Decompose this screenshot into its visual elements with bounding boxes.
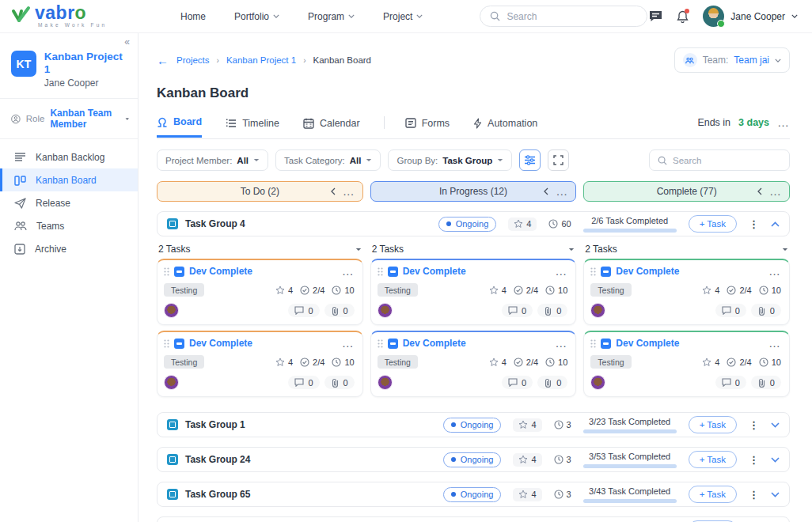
card-menu-button[interactable]: … [768, 269, 781, 274]
nav-portfolio[interactable]: Portfolio [234, 11, 279, 22]
drag-handle-icon[interactable] [164, 339, 169, 348]
task-card[interactable]: Dev Complete … Testing 4 2/4 10 0 0 [583, 259, 790, 325]
global-search-input[interactable] [507, 11, 625, 22]
user-menu[interactable]: Jane Cooper [703, 6, 798, 27]
role-selector[interactable]: Role Kanban Team Member [0, 99, 138, 138]
tab-calendar[interactable]: Calendar [303, 118, 360, 137]
card-menu-button[interactable]: … [768, 341, 781, 346]
board-search-input[interactable] [673, 156, 776, 165]
task-card[interactable]: Dev Complete … Testing 4 2/4 10 0 0 [370, 331, 577, 397]
card-menu-button[interactable]: … [555, 341, 567, 346]
drag-handle-icon[interactable] [378, 267, 383, 276]
breadcrumb-projects[interactable]: Projects [176, 55, 210, 65]
comments-count[interactable]: 0 [502, 304, 533, 317]
add-task-button[interactable]: + Task [689, 451, 737, 468]
attachments-count[interactable]: 0 [537, 304, 567, 317]
sidebar-item-archive[interactable]: Archive [0, 237, 138, 260]
task-group-row[interactable]: Task Group 3 Ongoing 4 3 3/13 Task Compl… [157, 516, 790, 522]
board-settings-button[interactable] [519, 149, 541, 171]
tab-forms[interactable]: Forms [405, 118, 450, 137]
chevron-down-icon[interactable] [771, 422, 780, 428]
status-badge[interactable]: Ongoing [443, 418, 502, 433]
group-menu-button[interactable]: ⋮ [749, 419, 759, 431]
status-badge[interactable]: Ongoing [438, 217, 497, 232]
attachments-count[interactable]: 0 [751, 376, 781, 389]
group-menu-button[interactable]: ⋮ [749, 489, 759, 501]
drag-handle-icon[interactable] [590, 267, 596, 276]
add-task-button[interactable]: + Task [689, 416, 737, 433]
chevron-down-icon[interactable] [771, 457, 780, 463]
fullscreen-button[interactable] [548, 149, 569, 171]
chevron-left-icon[interactable] [544, 187, 548, 195]
task-card[interactable]: Dev Complete … Testing 4 2/4 10 0 0 [157, 259, 363, 325]
group-menu-button[interactable]: ⋮ [749, 454, 759, 466]
task-group-row-expanded[interactable]: Task Group 4 Ongoing 4 60 2/6 Task Compl… [157, 211, 790, 236]
breadcrumb-project[interactable]: Kanban Project 1 [226, 55, 296, 65]
sidebar-item-release[interactable]: Release [0, 191, 138, 214]
task-title[interactable]: Dev Complete [403, 266, 466, 277]
project-name[interactable]: Kanban Project 1 [44, 51, 128, 76]
tasks-count-header[interactable]: 2 Tasks [583, 240, 790, 259]
team-selector[interactable]: Team: Team jai [674, 47, 790, 73]
sidebar-item-kanban-backlog[interactable]: Kanban Backlog [0, 146, 138, 168]
status-badge[interactable]: Ongoing [443, 452, 502, 467]
sidebar-item-teams[interactable]: Teams [0, 214, 138, 237]
column-menu-button[interactable]: … [343, 189, 355, 194]
task-title[interactable]: Dev Complete [616, 266, 679, 277]
task-category-filter[interactable]: Task Category: All [275, 149, 381, 171]
task-title[interactable]: Dev Complete [189, 338, 252, 349]
attachments-count[interactable]: 0 [537, 376, 567, 389]
comments-count[interactable]: 0 [715, 376, 746, 389]
tab-board[interactable]: Board [157, 116, 202, 138]
tab-automation[interactable]: Automation [473, 118, 537, 137]
sidebar-item-kanban-board[interactable]: Kanban Board [0, 168, 138, 191]
task-card[interactable]: Dev Complete … Testing 4 2/4 10 0 0 [370, 259, 577, 325]
task-group-row[interactable]: Task Group 1 Ongoing 4 3 3/23 Task Compl… [157, 412, 790, 437]
board-search[interactable] [649, 149, 790, 171]
assignee-avatar[interactable] [378, 303, 393, 318]
tasks-count-header[interactable]: 2 Tasks [157, 240, 363, 259]
assignee-avatar[interactable] [378, 375, 393, 390]
comments-count[interactable]: 0 [502, 376, 533, 389]
drag-handle-icon[interactable] [164, 267, 169, 276]
nav-home[interactable]: Home [180, 11, 206, 22]
add-task-button[interactable]: + Task [689, 486, 737, 503]
back-button[interactable]: ← [157, 55, 169, 66]
task-card[interactable]: Dev Complete … Testing 4 2/4 10 0 0 [157, 331, 363, 397]
column-in-progress[interactable]: In Progress (12) … [370, 181, 577, 202]
task-title[interactable]: Dev Complete [403, 338, 466, 349]
drag-handle-icon[interactable] [590, 339, 596, 348]
card-menu-button[interactable]: … [342, 269, 355, 274]
attachments-count[interactable]: 0 [751, 304, 781, 317]
messages-button[interactable] [649, 10, 662, 22]
tasks-count-header[interactable]: 2 Tasks [370, 240, 577, 259]
status-badge[interactable]: Ongoing [443, 487, 502, 502]
attachments-count[interactable]: 0 [324, 376, 355, 389]
group-by-filter[interactable]: Group By: Task Group [388, 149, 512, 171]
column-menu-button[interactable]: … [556, 189, 568, 194]
vabro-logo[interactable]: vabro Make Work Fun [11, 5, 144, 28]
task-group-row[interactable]: Task Group 65 Ongoing 4 3 3/43 Task Comp… [157, 482, 790, 507]
global-search[interactable] [480, 6, 647, 27]
task-group-row[interactable]: Task Group 24 Ongoing 4 3 3/53 Task Comp… [157, 447, 790, 472]
chevron-up-icon[interactable] [771, 221, 780, 227]
task-title[interactable]: Dev Complete [616, 338, 679, 349]
board-menu-button[interactable]: … [777, 120, 790, 125]
drag-handle-icon[interactable] [378, 339, 383, 348]
comments-count[interactable]: 0 [715, 304, 746, 317]
column-todo[interactable]: To Do (2) … [157, 181, 363, 202]
card-menu-button[interactable]: … [555, 269, 567, 274]
comments-count[interactable]: 0 [288, 304, 319, 317]
assignee-avatar[interactable] [590, 303, 605, 318]
comments-count[interactable]: 0 [288, 376, 319, 389]
project-member-filter[interactable]: Project Member: All [157, 149, 268, 171]
card-menu-button[interactable]: … [342, 341, 355, 346]
assignee-avatar[interactable] [164, 303, 179, 318]
group-menu-button[interactable]: ⋮ [749, 218, 759, 230]
assignee-avatar[interactable] [164, 375, 179, 390]
nav-program[interactable]: Program [308, 11, 355, 22]
chevron-down-icon[interactable] [771, 492, 780, 497]
task-title[interactable]: Dev Complete [189, 266, 252, 277]
attachments-count[interactable]: 0 [324, 304, 355, 317]
chevron-left-icon[interactable] [757, 187, 762, 195]
